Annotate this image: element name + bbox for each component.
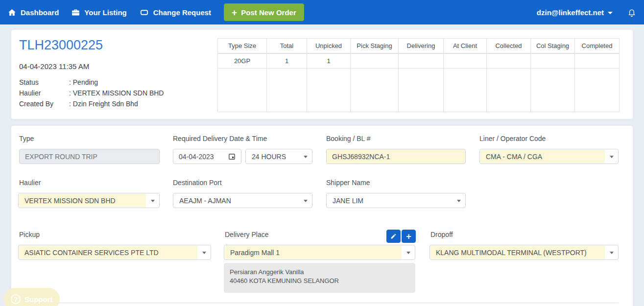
chevron-down-icon bbox=[610, 156, 614, 158]
nav-item-dashboard[interactable]: Dashboard bbox=[8, 8, 59, 17]
chevron-down-icon bbox=[202, 252, 206, 254]
cell-col-staging bbox=[531, 53, 575, 69]
haulier-label: Haulier bbox=[19, 179, 41, 187]
info-label: Created By bbox=[19, 100, 69, 108]
order-id: TLH23000225 bbox=[19, 38, 103, 53]
cell-completed bbox=[575, 53, 620, 69]
type-input: EXPORT ROUND TRIP bbox=[19, 149, 160, 164]
col-header: Unpicked bbox=[307, 39, 351, 53]
nav-item-label: Your Listing bbox=[84, 8, 126, 17]
address-line-2: 40460 KOTA KEMUNING SELANGOR bbox=[230, 277, 409, 285]
table-empty-row bbox=[218, 69, 620, 112]
pickup-select[interactable]: ASIATIC CONTAINER SERVICES PTE LTD bbox=[18, 245, 211, 260]
cell-collected bbox=[487, 53, 531, 69]
laptop-icon bbox=[140, 8, 149, 17]
order-summary-card: TLH23000225 04-04-2023 11:35 AM Status P… bbox=[11, 29, 633, 119]
chevron-down-icon bbox=[406, 252, 410, 254]
haulier-value: VERTEX MISSION SDN BHD bbox=[69, 89, 164, 97]
col-header: Total bbox=[267, 39, 307, 53]
chevron-down-icon bbox=[457, 200, 461, 202]
cell-unpicked: 1 bbox=[307, 53, 351, 69]
delivery-time-select[interactable]: 24 HOURS bbox=[245, 149, 312, 164]
delivery-place-select[interactable]: Paradigm Mall 1 bbox=[224, 245, 415, 260]
cell-type-size: 20GP bbox=[218, 53, 267, 69]
add-delivery-place-button[interactable]: + bbox=[402, 230, 416, 243]
plus-icon: + bbox=[406, 232, 411, 241]
question-icon: ? bbox=[11, 294, 21, 304]
haulier-select[interactable]: VERTEX MISSION SDN BHD bbox=[18, 193, 160, 208]
table-header-row: Type Size Total Unpicked Pick Staging De… bbox=[218, 39, 620, 53]
pencil-icon bbox=[390, 233, 397, 239]
edit-delivery-place-button[interactable] bbox=[386, 230, 401, 243]
col-header: Delivering bbox=[399, 39, 444, 53]
briefcase-icon bbox=[72, 8, 80, 17]
user-email: dzin@linkeffect.net bbox=[537, 8, 604, 17]
nav-item-label: Dashboard bbox=[21, 8, 59, 17]
booking-input[interactable]: GHSJ68932NCA-1 bbox=[326, 149, 466, 164]
booking-label: Booking / BL # bbox=[326, 135, 371, 142]
status-value: Pending bbox=[69, 78, 98, 86]
col-header: Completed bbox=[575, 39, 620, 53]
required-delivery-label: Required Delivery Date & Time bbox=[173, 135, 267, 142]
cell-pick-staging bbox=[351, 53, 399, 69]
user-menu[interactable]: dzin@linkeffect.net bbox=[537, 8, 613, 17]
type-label: Type bbox=[19, 135, 34, 142]
col-header: Collected bbox=[487, 39, 531, 53]
order-datetime: 04-04-2023 11:35 AM bbox=[19, 62, 89, 71]
order-form-card: Type EXPORT ROUND TRIP Required Delivery… bbox=[11, 125, 633, 306]
pickup-label: Pickup bbox=[19, 231, 40, 238]
info-row-created-by: Created By Dzin Freight Sdn Bhd bbox=[19, 98, 164, 109]
bell-icon bbox=[627, 8, 636, 17]
dropoff-select[interactable]: KLANG MULTIMODAL TERMINAL (WESTPORT) bbox=[429, 245, 619, 260]
chevron-down-icon bbox=[304, 156, 308, 158]
delivery-address-box: Persiaran Anggerik Vanilla 40460 KOTA KE… bbox=[224, 263, 415, 293]
shipper-name-select[interactable]: JANE LIM bbox=[326, 193, 466, 208]
table-row: 20GP 1 1 bbox=[218, 53, 620, 69]
col-header: Pick Staging bbox=[351, 39, 399, 53]
support-label: Support bbox=[24, 295, 53, 304]
info-row-haulier: Haulier VERTEX MISSION SDN BHD bbox=[19, 88, 164, 98]
col-header: At Client bbox=[444, 39, 487, 53]
cell-delivering bbox=[399, 53, 444, 69]
shipper-name-label: Shipper Name bbox=[326, 179, 370, 187]
destination-port-select[interactable]: AEAJM - AJMAN bbox=[173, 193, 312, 208]
liner-select[interactable]: CMA - CMA / CGA bbox=[479, 149, 619, 164]
chevron-down-icon bbox=[608, 12, 613, 14]
info-row-status: Status Pending bbox=[19, 77, 164, 88]
address-line-1: Persiaran Anggerik Vanilla bbox=[230, 268, 409, 277]
nav-item-change-request[interactable]: Change Request bbox=[140, 8, 211, 17]
info-label: Status bbox=[19, 78, 69, 86]
dropoff-label: Dropoff bbox=[430, 231, 453, 238]
col-header: Col Staging bbox=[531, 39, 575, 53]
nav-item-your-listing[interactable]: Your Listing bbox=[72, 8, 126, 17]
section-divider bbox=[19, 303, 619, 303]
chevron-down-icon bbox=[610, 252, 614, 254]
cell-at-client bbox=[444, 53, 487, 69]
post-new-order-label: Post New Order bbox=[241, 8, 296, 17]
order-info: Status Pending Haulier VERTEX MISSION SD… bbox=[19, 77, 164, 109]
calendar-icon[interactable] bbox=[228, 153, 236, 160]
home-icon bbox=[8, 8, 16, 17]
post-new-order-button[interactable]: + Post New Order bbox=[224, 3, 304, 21]
support-button[interactable]: ? Support bbox=[4, 288, 60, 306]
notifications-bell[interactable] bbox=[627, 8, 636, 17]
plus-icon: + bbox=[232, 8, 237, 17]
liner-label: Liner / Operator Code bbox=[479, 135, 546, 142]
col-header: Type Size bbox=[218, 39, 267, 53]
destination-port-label: Destination Port bbox=[173, 179, 222, 187]
created-by-value: Dzin Freight Sdn Bhd bbox=[69, 100, 138, 108]
top-nav: Dashboard Your Listing Change Request + … bbox=[0, 0, 644, 24]
delivery-place-label: Delivery Place bbox=[225, 231, 268, 238]
chevron-down-icon bbox=[304, 200, 308, 202]
chevron-down-icon bbox=[151, 200, 155, 202]
nav-item-label: Change Request bbox=[153, 8, 211, 17]
info-label: Haulier bbox=[19, 89, 69, 97]
cell-total: 1 bbox=[267, 53, 307, 69]
delivery-date-input[interactable]: 04-04-2023 bbox=[173, 149, 241, 164]
container-status-table: Type Size Total Unpicked Pick Staging De… bbox=[217, 38, 620, 112]
